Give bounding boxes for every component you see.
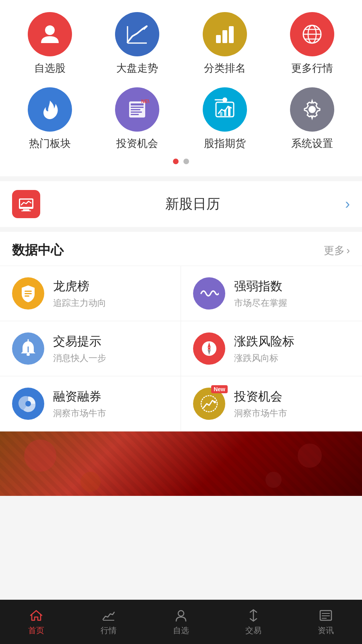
nav-trade[interactable]: 交易 [217, 605, 290, 639]
rongrong-icon [12, 388, 44, 420]
icon-circle-settings [290, 87, 334, 132]
icon-label-invest: 投资机会 [116, 136, 158, 151]
data-cell-jiaoyitishi[interactable]: 交易提示 消息快人一步 [0, 321, 181, 376]
pie-icon [19, 394, 38, 413]
qiangruo-text: 强弱指数 市场尽在掌握 [234, 278, 350, 309]
icon-dapan[interactable]: 大盘走势 [96, 12, 179, 75]
data-grid: 龙虎榜 追踪主力动向 强弱指数 市场尽在掌握 [0, 266, 362, 431]
svg-rect-25 [21, 211, 31, 211]
nav-trade-label: 交易 [245, 625, 261, 636]
svg-rect-14 [131, 114, 139, 115]
data-center-more[interactable]: 更多 › [324, 244, 350, 258]
nav-home-label: 首页 [28, 625, 44, 636]
invest2-text: 投资机会 洞察市场牛市 [234, 388, 350, 419]
globe-icon [300, 22, 324, 46]
dot-2[interactable] [183, 159, 189, 164]
svg-rect-28 [25, 295, 29, 297]
svg-rect-11 [131, 107, 144, 108]
nav-watchlist[interactable]: 自选 [145, 605, 217, 639]
icon-label-zixugu: 自选股 [34, 61, 66, 75]
data-cell-rongrong[interactable]: 融资融券 洞察市场牛市 [0, 376, 181, 431]
icon-settings[interactable]: 系统设置 [271, 87, 354, 151]
qiangruo-icon [193, 277, 225, 310]
new-badge: New [211, 385, 228, 393]
trade-svg [246, 608, 261, 623]
icon-label-futures: 股指期货 [204, 136, 246, 151]
news-icon: NEWS [125, 97, 149, 122]
icon-futures[interactable]: 股指期货 [183, 87, 267, 151]
longhubang-text: 龙虎榜 追踪主力动向 [53, 278, 169, 309]
nav-market-label: 行情 [101, 625, 117, 636]
icon-circle-invest: NEWS [115, 87, 159, 132]
calendar-monitor-icon [17, 195, 35, 213]
nav-home[interactable]: 首页 [0, 605, 72, 639]
icon-circle-zixugu [28, 12, 72, 56]
svg-point-39 [214, 401, 216, 403]
bell-icon [19, 339, 38, 358]
jiaoyitishi-icon [12, 332, 44, 365]
pagination-dots [8, 151, 354, 168]
new-chart-icon [200, 394, 219, 413]
icon-label-settings: 系统设置 [291, 136, 333, 151]
data-cell-qiangruo[interactable]: 强弱指数 市场尽在掌握 [181, 266, 362, 321]
dot-1[interactable] [173, 159, 179, 164]
svg-rect-12 [131, 109, 140, 110]
icon-hotblock[interactable]: 热门板块 [8, 87, 92, 151]
nav-market[interactable]: 行情 [72, 605, 145, 639]
compass-icon [200, 339, 219, 358]
svg-rect-19 [224, 109, 226, 116]
market-icon [101, 608, 116, 623]
news-image-banner[interactable] [0, 431, 362, 496]
bottom-nav: 首页 行情 自选 交易 [0, 600, 362, 644]
icon-gengduo[interactable]: 更多行情 [271, 12, 354, 75]
calendar-banner[interactable]: 新股日历 › [0, 181, 362, 227]
svg-rect-1 [216, 35, 221, 43]
chevron-right-icon: › [345, 196, 350, 213]
market-svg [101, 608, 116, 623]
wave-icon [200, 284, 219, 303]
svg-point-38 [201, 396, 217, 412]
svg-point-17 [222, 97, 227, 102]
home-svg [29, 608, 43, 623]
nav-news-label: 资讯 [318, 625, 334, 636]
data-center-header: 数据中心 更多 › [0, 232, 362, 266]
futures-icon [213, 97, 237, 122]
svg-point-37 [25, 401, 31, 407]
icon-label-dapan: 大盘走势 [116, 61, 158, 75]
icon-zixugu[interactable]: 自选股 [8, 12, 92, 75]
invest2-icon: New [193, 388, 225, 420]
rongrong-text: 融资融券 洞察市场牛市 [53, 388, 169, 419]
svg-point-36 [208, 347, 210, 350]
svg-point-41 [178, 611, 184, 616]
data-center-section: 数据中心 更多 › 龙虎榜 追踪主力动向 [0, 232, 362, 431]
news-nav-icon [319, 608, 333, 623]
icon-circle-futures [203, 87, 247, 132]
data-cell-invest2[interactable]: New 投资机会 洞察市场牛市 [181, 376, 362, 431]
home-icon [29, 608, 43, 623]
icon-circle-hotblock [28, 87, 72, 132]
svg-rect-20 [228, 107, 230, 116]
bars-icon [213, 22, 237, 46]
svg-rect-29 [27, 353, 30, 356]
data-cell-zhangdie[interactable]: 涨跌风险标 涨跌风向标 [181, 321, 362, 376]
icons-section: 自选股 大盘走势 分类排名 [0, 0, 362, 176]
icon-fenlei[interactable]: 分类排名 [183, 12, 267, 75]
data-cell-longhubang[interactable]: 龙虎榜 追踪主力动向 [0, 266, 181, 321]
svg-text:NEWS: NEWS [141, 99, 149, 104]
news-nav-svg [319, 608, 333, 623]
trendline-icon [125, 22, 149, 46]
icons-grid: 自选股 大盘走势 分类排名 [8, 12, 354, 151]
svg-rect-18 [220, 112, 222, 116]
zhangdie-icon [193, 332, 225, 365]
nav-news[interactable]: 资讯 [290, 605, 362, 639]
icon-circle-gengduo [290, 12, 334, 56]
person-icon [38, 22, 62, 46]
icon-invest[interactable]: NEWS 投资机会 [96, 87, 179, 151]
svg-rect-3 [229, 26, 234, 43]
trade-icon [246, 608, 261, 623]
svg-rect-13 [131, 111, 142, 113]
icon-circle-dapan [115, 12, 159, 56]
svg-rect-27 [25, 293, 32, 294]
calendar-icon [12, 190, 40, 218]
svg-rect-24 [23, 209, 29, 211]
